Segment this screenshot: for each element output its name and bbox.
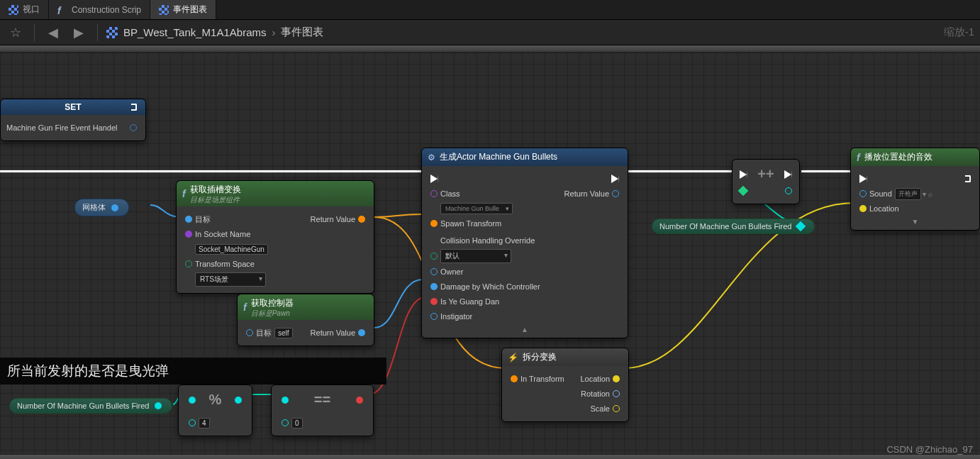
exec-out-pin[interactable] [131, 104, 137, 111]
output-pin[interactable] [130, 124, 137, 131]
breadcrumb-current[interactable]: 事件图表 [281, 26, 323, 39]
exec-out-pin[interactable] [965, 175, 971, 182]
mod-input-a[interactable]: 4 [199, 418, 210, 428]
owner-pin[interactable] [430, 268, 438, 275]
result-pin[interactable] [235, 397, 242, 404]
bullets-fired-variable-ref[interactable]: Number Of Machine Gun Bullets Fired [652, 219, 815, 234]
node-title: 播放位置处的音效 [864, 151, 932, 163]
node-subtitle: 目标是场景组件 [190, 196, 241, 204]
in-transform-pin[interactable] [511, 375, 518, 382]
get-controller-node[interactable]: f 获取控制器 目标是Pawn 目标 self Return Value [237, 294, 374, 346]
a-pin[interactable] [282, 397, 289, 404]
increment-node[interactable]: ++ [732, 159, 800, 204]
modulo-node[interactable]: % 4 [178, 385, 252, 436]
favorite-button[interactable]: ☆ [6, 23, 26, 43]
pin-label: Is Ye Guang Dan [440, 297, 499, 306]
graph-canvas[interactable]: SET Machine Gun Fire Event Handel 网格体 f … [0, 52, 980, 459]
collapse-arrow[interactable]: ▼ [857, 218, 974, 226]
var-label: Number Of Machine Gun Bullets Fired [659, 222, 791, 231]
mesh-variable[interactable]: 网格体 [74, 199, 129, 216]
equals-node[interactable]: == 0 [271, 385, 374, 436]
pin-label: In Transform [520, 375, 564, 383]
zoom-label: 缩放-1 [944, 26, 974, 39]
collision-dropdown[interactable]: 默认 [440, 249, 511, 263]
get-socket-transform-node[interactable]: f 获取插槽变换 目标是场景组件 目标 Return Value In Sock… [176, 180, 374, 294]
ref-in-pin[interactable] [738, 186, 748, 196]
collapse-arrow[interactable]: ▲ [428, 326, 622, 333]
return-pin[interactable] [358, 216, 365, 223]
pin-label: Location [580, 375, 610, 383]
damage-controller-pin[interactable] [430, 283, 438, 290]
yeguang-pin[interactable] [430, 298, 438, 305]
pin-label: Sound [869, 189, 892, 198]
breadcrumb-root[interactable]: BP_West_Tank_M1A1Abrams [123, 26, 266, 38]
exec-out-pin[interactable] [611, 175, 619, 183]
set-node[interactable]: SET Machine Gun Fire Event Handel [0, 99, 146, 141]
target-pin[interactable] [246, 329, 253, 336]
exec-in-pin[interactable] [430, 175, 438, 183]
eq-input-b[interactable]: 0 [291, 418, 303, 428]
self-input[interactable]: self [274, 328, 293, 338]
a-pin[interactable] [189, 397, 196, 404]
tab-viewport[interactable]: 视口 [0, 0, 49, 19]
exec-in-pin[interactable] [740, 170, 747, 179]
comment-box[interactable]: 所当前发射的是否是曳光弹 [0, 358, 386, 385]
tab-eventgraph[interactable]: 事件图表 [150, 0, 216, 19]
tab-label: 视口 [23, 4, 40, 16]
nav-forward-button[interactable]: ▶ [69, 23, 89, 43]
function-icon: f [243, 302, 247, 313]
play-sound-node[interactable]: f 播放位置处的音效 Sound 开枪声▾ ⌕ Location ▼ [850, 148, 980, 231]
transform-space-pin[interactable] [185, 260, 192, 267]
pin-label: Class [440, 189, 460, 198]
pin-label: Spawn Transform [440, 219, 501, 228]
out-pin[interactable] [785, 187, 792, 194]
pin-label: 目标 [256, 328, 272, 338]
node-title: 生成Actor Machine Gun Bullets [440, 151, 557, 163]
comment-text: 所当前发射的是否是曳光弹 [7, 363, 169, 378]
spawn-transform-pin[interactable] [430, 220, 438, 227]
target-pin[interactable] [185, 216, 192, 223]
var-output-pin[interactable] [796, 221, 806, 231]
pin-label: Return Value [311, 328, 355, 337]
function-icon: f [857, 152, 860, 163]
break-transform-node[interactable]: ⚡ 拆分变换 In Transform Location Rotation Sc… [501, 348, 629, 422]
watermark: CSDN @Zhichao_97 [886, 444, 973, 455]
var-label: 网格体 [82, 202, 106, 213]
return-pin[interactable] [612, 190, 619, 197]
transform-space-dropdown[interactable]: RTS场景 [195, 272, 266, 287]
sound-input[interactable]: 开枪声 [895, 188, 921, 200]
spawn-actor-node[interactable]: ⚙ 生成Actor Machine Gun Bullets Class Retu… [421, 148, 628, 338]
exec-out-pin[interactable] [784, 170, 792, 179]
var-output-pin[interactable] [111, 204, 118, 211]
node-title: SET [65, 102, 81, 112]
pin-label: Scale [590, 404, 610, 413]
sound-pin[interactable] [859, 190, 867, 197]
class-pin[interactable] [430, 190, 438, 197]
tab-construction[interactable]: f Construction Scrip [49, 0, 150, 19]
result-pin[interactable] [356, 397, 363, 404]
pin-label: Transform Space [195, 260, 255, 268]
location-pin[interactable] [859, 205, 867, 212]
return-pin[interactable] [358, 329, 365, 336]
nav-back-button[interactable]: ◀ [43, 23, 63, 43]
socket-name-input[interactable]: Socket_MachineGun [195, 244, 268, 255]
rotation-pin[interactable] [613, 390, 620, 397]
instigator-pin[interactable] [430, 313, 438, 320]
b-pin[interactable] [282, 419, 289, 426]
var-output-pin[interactable] [155, 402, 162, 409]
pin-label: Instigator [440, 312, 472, 321]
b-pin[interactable] [189, 419, 196, 426]
pin-label: Location [869, 204, 899, 213]
scale-pin[interactable] [613, 405, 620, 412]
increment-symbol: ++ [757, 166, 774, 182]
location-pin[interactable] [613, 375, 620, 382]
socket-name-pin[interactable] [184, 229, 194, 239]
collision-pin[interactable] [430, 253, 438, 260]
editor-tabs: 视口 f Construction Scrip 事件图表 [0, 0, 980, 20]
bullets-fired-variable-get[interactable]: Number Of Machine Gun Bullets Fired [9, 398, 172, 414]
exec-in-pin[interactable] [859, 175, 867, 183]
class-dropdown[interactable]: Machine Gun Bulle [440, 203, 513, 214]
pin-label: Return Value [311, 215, 355, 223]
node-title: 拆分变换 [523, 351, 557, 363]
graph-toolbar: ☆ ◀ ▶ BP_West_Tank_M1A1Abrams › 事件图表 缩放-… [0, 20, 980, 45]
